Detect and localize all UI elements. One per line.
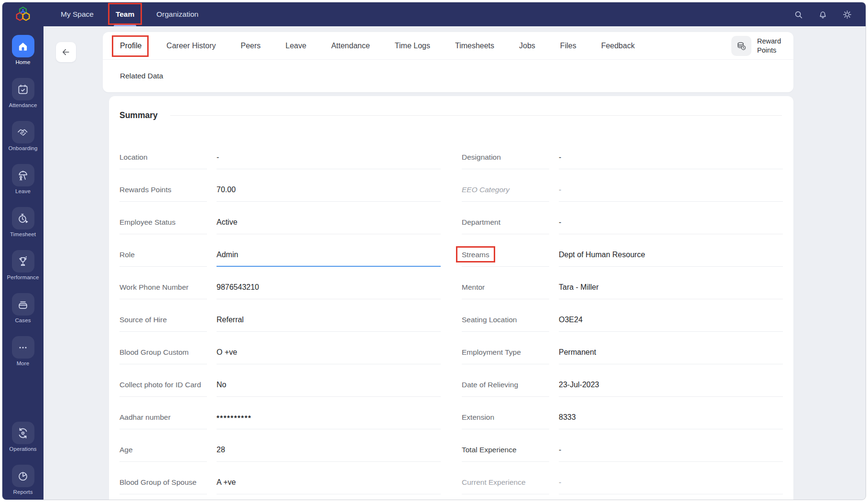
field-label: Department bbox=[462, 218, 500, 227]
reward-points-button[interactable]: Reward Points bbox=[731, 36, 781, 56]
topnav-item-organization[interactable]: Organization bbox=[156, 2, 198, 26]
field-value[interactable]: - bbox=[217, 137, 441, 169]
performance-trophy-icon bbox=[17, 255, 29, 268]
field-row-blood-group-of-spouse: Blood Group of Spouse A +ve bbox=[119, 462, 441, 494]
operations-sync-icon bbox=[17, 427, 29, 439]
tab-attendance[interactable]: Attendance bbox=[331, 42, 370, 50]
field-value[interactable]: 28 bbox=[217, 429, 441, 462]
field-value[interactable]: Tara - Miller bbox=[559, 267, 783, 299]
field-label: Mentor bbox=[462, 283, 485, 292]
field-label: Streams bbox=[462, 251, 489, 259]
tab-profile[interactable]: Profile bbox=[120, 42, 141, 50]
field-value[interactable]: - bbox=[559, 462, 783, 494]
notifications-bell-icon[interactable] bbox=[818, 10, 828, 20]
app-window: Home Attendance Onboarding Leave Timeshe… bbox=[2, 2, 866, 500]
field-value[interactable]: 8333 bbox=[559, 397, 783, 429]
zoho-people-logo-icon bbox=[13, 5, 33, 24]
field-label: Employee Status bbox=[119, 218, 175, 227]
field-value[interactable]: Dept of Human Resource bbox=[559, 234, 783, 267]
field-label: Source of Hire bbox=[119, 316, 167, 324]
field-row-department: Department - bbox=[462, 202, 783, 234]
field-value[interactable]: - bbox=[559, 137, 783, 169]
leave-umbrella-icon bbox=[17, 169, 29, 182]
field-value[interactable]: O3E24 bbox=[559, 299, 783, 332]
field-label: Blood Group Custom bbox=[119, 348, 189, 357]
field-value[interactable]: A +ve bbox=[217, 462, 441, 494]
topnav-item-team[interactable]: Team bbox=[116, 2, 134, 26]
field-value[interactable]: Permanent bbox=[559, 332, 783, 364]
reports-pie-icon bbox=[17, 470, 29, 482]
field-value[interactable]: 9876543210 bbox=[217, 267, 441, 299]
field-label: Work Phone Number bbox=[119, 283, 188, 292]
tab-jobs[interactable]: Jobs bbox=[519, 42, 535, 50]
tab-timesheets[interactable]: Timesheets bbox=[455, 42, 494, 50]
field-row-designation: Designation - bbox=[462, 137, 783, 169]
sidebar-item-leave[interactable]: Leave bbox=[2, 164, 43, 194]
tab-related-data[interactable]: Related Data bbox=[120, 72, 163, 80]
sidebar-item-label: Attendance bbox=[9, 102, 37, 108]
tab-label: Files bbox=[560, 42, 576, 50]
back-button[interactable] bbox=[56, 42, 76, 62]
field-value[interactable]: ********** bbox=[217, 397, 441, 429]
attendance-calendar-icon bbox=[17, 83, 29, 96]
zoho-people-logo[interactable] bbox=[2, 2, 43, 27]
field-value[interactable]: Admin bbox=[217, 234, 441, 267]
sidebar-item-performance[interactable]: Performance bbox=[2, 250, 43, 280]
field-row-employee-status: Employee Status Active bbox=[119, 202, 441, 234]
sidebar-item-operations[interactable]: Operations bbox=[2, 422, 43, 452]
topnav-item-label: Team bbox=[116, 10, 134, 19]
topnav-item-label: My Space bbox=[61, 10, 94, 19]
sidebar-item-timesheet[interactable]: Timesheet bbox=[2, 207, 43, 237]
sidebar-main-nav: Home Attendance Onboarding Leave Timeshe… bbox=[2, 35, 43, 379]
field-label: Collect photo for ID Card bbox=[119, 381, 201, 389]
search-icon[interactable] bbox=[793, 10, 803, 20]
field-label: Seating Location bbox=[462, 316, 517, 324]
field-row-seating-location: Seating Location O3E24 bbox=[462, 299, 783, 332]
back-arrow-icon bbox=[61, 47, 71, 57]
topnav-item-my-space[interactable]: My Space bbox=[61, 2, 94, 26]
sidebar-item-label: Timesheet bbox=[10, 231, 36, 237]
field-row-collect-photo-for-id-card: Collect photo for ID Card No bbox=[119, 364, 441, 397]
tab-files[interactable]: Files bbox=[560, 42, 576, 50]
field-value[interactable]: - bbox=[559, 202, 783, 234]
field-label: Role bbox=[119, 251, 135, 259]
field-value[interactable]: 70.00 bbox=[217, 169, 441, 202]
tab-feedback[interactable]: Feedback bbox=[601, 42, 635, 50]
tab-time-logs[interactable]: Time Logs bbox=[395, 42, 430, 50]
tab-leave[interactable]: Leave bbox=[285, 42, 306, 50]
sidebar-item-cases[interactable]: Cases bbox=[2, 293, 43, 323]
field-row-source-of-hire: Source of Hire Referral bbox=[119, 299, 441, 332]
field-row-mentor: Mentor Tara - Miller bbox=[462, 267, 783, 299]
home-icon bbox=[17, 40, 29, 53]
settings-gear-icon[interactable] bbox=[842, 10, 852, 20]
field-value[interactable]: Active bbox=[217, 202, 441, 234]
top-nav-items: My Space Team Organization bbox=[61, 2, 198, 26]
tab-career-history[interactable]: Career History bbox=[166, 42, 216, 50]
sidebar-item-attendance[interactable]: Attendance bbox=[2, 78, 43, 108]
field-value[interactable]: - bbox=[559, 169, 783, 202]
summary-left-column: Location - Rewards Points 70.00 Employee… bbox=[119, 137, 441, 494]
sidebar-item-reports[interactable]: Reports bbox=[2, 465, 43, 495]
sidebar-bottom-nav: Operations Reports bbox=[2, 422, 43, 500]
main-content: Profile Career History Peers Leave Atten… bbox=[43, 26, 866, 500]
sidebar-item-more[interactable]: More bbox=[2, 336, 43, 366]
sidebar-item-home[interactable]: Home bbox=[2, 35, 43, 65]
sidebar-item-onboarding[interactable]: Onboarding bbox=[2, 121, 43, 151]
field-label: Total Experience bbox=[462, 446, 517, 454]
field-value[interactable]: No bbox=[217, 364, 441, 397]
sidebar: Home Attendance Onboarding Leave Timeshe… bbox=[2, 2, 43, 500]
field-value[interactable]: O +ve bbox=[217, 332, 441, 364]
tab-label: Timesheets bbox=[455, 42, 494, 50]
field-label: Designation bbox=[462, 153, 501, 162]
summary-right-column: Designation - EEO Category - Department … bbox=[462, 137, 783, 494]
field-row-current-experience: Current Experience - bbox=[462, 462, 783, 494]
field-label: Employment Type bbox=[462, 348, 521, 357]
field-value[interactable]: 23-Jul-2023 bbox=[559, 364, 783, 397]
field-value[interactable]: Referral bbox=[217, 299, 441, 332]
topnav-item-label: Organization bbox=[156, 10, 198, 19]
more-dots-icon bbox=[17, 341, 29, 354]
field-label: Date of Relieving bbox=[462, 381, 518, 389]
tab-peers[interactable]: Peers bbox=[241, 42, 261, 50]
field-row-date-of-relieving: Date of Relieving 23-Jul-2023 bbox=[462, 364, 783, 397]
field-value[interactable]: - bbox=[559, 429, 783, 462]
